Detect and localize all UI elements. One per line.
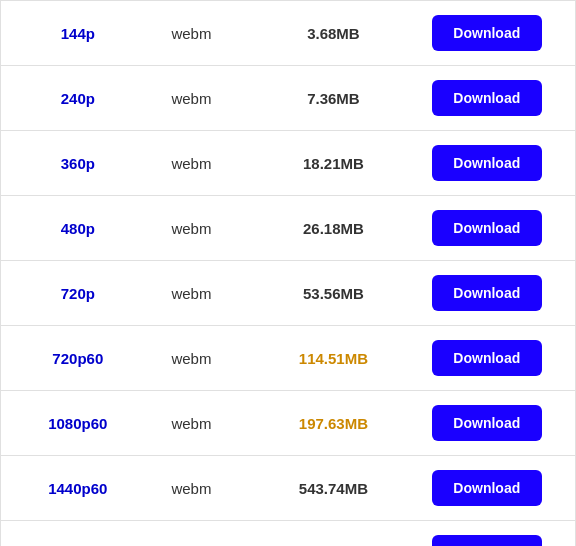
download-table: 144p webm 3.68MB Download 240p webm 7.36… bbox=[0, 0, 576, 546]
quality-cell: 240p bbox=[21, 90, 135, 107]
action-cell: Download bbox=[419, 405, 555, 441]
quality-cell: 720p bbox=[21, 285, 135, 302]
table-row: 360p webm 18.21MB Download bbox=[1, 131, 575, 196]
download-button[interactable]: Download bbox=[432, 470, 542, 506]
quality-cell: 480p bbox=[21, 220, 135, 237]
format-cell: webm bbox=[135, 480, 249, 497]
action-cell: Download bbox=[419, 340, 555, 376]
table-row: 720p webm 53.56MB Download bbox=[1, 261, 575, 326]
size-cell: 543.74MB bbox=[248, 480, 418, 497]
size-cell: 26.18MB bbox=[248, 220, 418, 237]
size-cell: 3.68MB bbox=[248, 25, 418, 42]
action-cell: Download bbox=[419, 15, 555, 51]
quality-cell: 144p bbox=[21, 25, 135, 42]
format-cell: webm bbox=[135, 415, 249, 432]
format-cell: webm bbox=[135, 350, 249, 367]
size-cell: 114.51MB bbox=[248, 350, 418, 367]
table-row: 240p webm 7.36MB Download bbox=[1, 66, 575, 131]
quality-cell: 1080p60 bbox=[21, 415, 135, 432]
download-button[interactable]: Download bbox=[432, 80, 542, 116]
size-cell: 53.56MB bbox=[248, 285, 418, 302]
download-button[interactable]: Download bbox=[432, 275, 542, 311]
quality-cell: 1440p60 bbox=[21, 480, 135, 497]
format-cell: webm bbox=[135, 90, 249, 107]
download-button[interactable]: Download bbox=[432, 15, 542, 51]
quality-cell: 720p60 bbox=[21, 350, 135, 367]
action-cell: Download bbox=[419, 210, 555, 246]
size-cell: 197.63MB bbox=[248, 415, 418, 432]
size-cell: 7.36MB bbox=[248, 90, 418, 107]
action-cell: Download bbox=[419, 80, 555, 116]
download-button[interactable]: Download bbox=[432, 535, 542, 546]
format-cell: webm bbox=[135, 220, 249, 237]
download-button[interactable]: Download bbox=[432, 405, 542, 441]
action-cell: Download bbox=[419, 145, 555, 181]
size-cell: 18.21MB bbox=[248, 155, 418, 172]
table-row: 720p60 webm 114.51MB Download bbox=[1, 326, 575, 391]
quality-cell: 360p bbox=[21, 155, 135, 172]
action-cell: Download bbox=[419, 470, 555, 506]
table-row: 1440p60 webm 543.74MB Download bbox=[1, 456, 575, 521]
format-cell: webm bbox=[135, 155, 249, 172]
format-cell: webm bbox=[135, 285, 249, 302]
table-row: 1080p60 webm 197.63MB Download bbox=[1, 391, 575, 456]
download-button[interactable]: Download bbox=[432, 145, 542, 181]
table-row: 2160p60 webm 1.23GB Download bbox=[1, 521, 575, 546]
action-cell: Download bbox=[419, 535, 555, 546]
download-button[interactable]: Download bbox=[432, 210, 542, 246]
table-row: 144p webm 3.68MB Download bbox=[1, 1, 575, 66]
format-cell: webm bbox=[135, 25, 249, 42]
table-row: 480p webm 26.18MB Download bbox=[1, 196, 575, 261]
download-button[interactable]: Download bbox=[432, 340, 542, 376]
action-cell: Download bbox=[419, 275, 555, 311]
